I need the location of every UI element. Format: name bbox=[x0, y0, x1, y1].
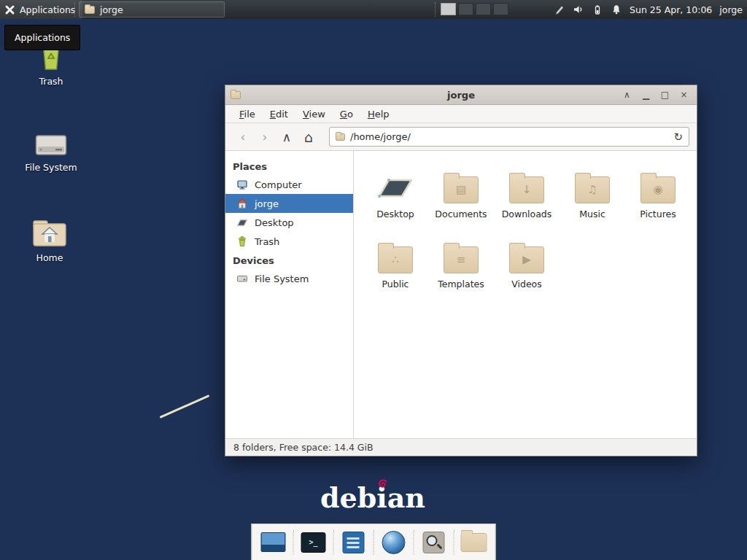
sidebar: Places Computer jorge bbox=[225, 151, 354, 438]
desktop-icon-home[interactable]: Home bbox=[18, 213, 81, 263]
back-icon[interactable]: ‹ bbox=[233, 127, 253, 147]
shade-button[interactable]: ∧ bbox=[619, 88, 635, 102]
terminal-blue-icon bbox=[343, 532, 365, 553]
file-item-public[interactable]: ∴ Public bbox=[363, 233, 428, 303]
file-item-label: Music bbox=[560, 209, 625, 219]
places-header: Places bbox=[225, 157, 353, 175]
folder-icon: ♫ bbox=[575, 176, 610, 203]
menu-file[interactable]: File bbox=[232, 106, 263, 122]
globe-icon bbox=[382, 531, 406, 554]
file-item-videos[interactable]: ▶ Videos bbox=[494, 233, 560, 303]
panel-separator bbox=[74, 2, 75, 17]
workspace-pager bbox=[441, 3, 508, 15]
file-item-label: Documents bbox=[428, 209, 494, 219]
app-finder-icon bbox=[423, 532, 445, 553]
applications-tooltip: Applications bbox=[4, 25, 80, 50]
desktop-special-icon bbox=[363, 163, 428, 203]
file-item-desktop[interactable]: Desktop bbox=[363, 163, 428, 233]
folder-icon bbox=[461, 533, 487, 552]
dock-file-manager-button[interactable] bbox=[459, 527, 489, 558]
video-emblem-icon: ▶ bbox=[522, 254, 531, 265]
menu-help[interactable]: Help bbox=[360, 106, 397, 122]
desktop-preview-icon bbox=[261, 532, 286, 552]
drive-icon bbox=[236, 273, 248, 284]
forward-icon[interactable]: › bbox=[255, 127, 275, 147]
home-icon[interactable]: ⌂ bbox=[298, 127, 319, 147]
panel-clock[interactable]: Sun 25 Apr, 10:06 bbox=[630, 4, 712, 15]
drive-icon bbox=[20, 122, 82, 158]
menu-go[interactable]: Go bbox=[333, 106, 360, 122]
top-panel: Applications jorge Sun 25 Apr, 10:06 bbox=[0, 0, 747, 19]
reload-icon[interactable]: ↻ bbox=[669, 131, 683, 144]
file-item-pictures[interactable]: ◉ Pictures bbox=[625, 163, 691, 233]
file-item-documents[interactable]: ▤ Documents bbox=[428, 163, 494, 233]
folder-icon: ≡ bbox=[444, 246, 479, 273]
folder-icon: ▶ bbox=[509, 246, 544, 273]
home-folder-icon bbox=[18, 213, 81, 248]
file-item-music[interactable]: ♫ Music bbox=[560, 163, 625, 233]
close-button[interactable]: × bbox=[676, 88, 692, 102]
dock-separator bbox=[333, 530, 334, 555]
volume-icon[interactable] bbox=[573, 4, 584, 15]
terminal-icon bbox=[301, 532, 326, 553]
address-bar[interactable]: /home/jorge/ ↻ bbox=[329, 127, 689, 147]
applications-menu-button[interactable]: Applications bbox=[0, 0, 82, 19]
desktop-icon-file-system[interactable]: File System bbox=[20, 122, 82, 173]
desktop-icon-label: Trash bbox=[20, 76, 82, 87]
file-item-label: Desktop bbox=[363, 209, 428, 219]
dock-terminal-button[interactable] bbox=[298, 527, 329, 558]
home-icon bbox=[236, 198, 248, 209]
folder-icon: ◉ bbox=[640, 176, 676, 203]
panel-separator bbox=[435, 2, 436, 17]
file-item-label: Templates bbox=[428, 279, 494, 289]
file-item-downloads[interactable]: ↓ Downloads bbox=[494, 163, 560, 233]
taskbar-window-button[interactable]: jorge bbox=[79, 1, 225, 18]
dock-terminal-blue-button[interactable] bbox=[338, 527, 369, 558]
system-tray: Sun 25 Apr, 10:06 jorge bbox=[554, 0, 743, 19]
file-item-label: Public bbox=[363, 279, 428, 289]
dock-app-finder-button[interactable] bbox=[419, 527, 449, 558]
sidebar-item-trash[interactable]: Trash bbox=[225, 232, 353, 251]
camera-emblem-icon: ◉ bbox=[653, 184, 662, 195]
maximize-button[interactable]: □ bbox=[657, 88, 673, 102]
sidebar-item-label: Computer bbox=[255, 179, 302, 190]
bell-icon[interactable] bbox=[611, 4, 622, 15]
music-emblem-icon: ♫ bbox=[587, 184, 597, 195]
workspace-2[interactable] bbox=[458, 3, 473, 15]
workspace-1[interactable] bbox=[441, 3, 456, 15]
folder-icon: ▤ bbox=[444, 176, 479, 203]
dock-separator bbox=[293, 530, 294, 555]
toolbar: ‹ › ∧ ⌂ /home/jorge/ ↻ bbox=[225, 123, 697, 151]
sidebar-item-jorge[interactable]: jorge bbox=[225, 194, 353, 213]
minimize-button[interactable]: ▁ bbox=[638, 88, 654, 102]
debian-logo: debian bbox=[314, 481, 431, 514]
template-emblem-icon: ≡ bbox=[457, 254, 466, 265]
taskbar-window-label: jorge bbox=[100, 4, 123, 15]
debian-swirl-icon bbox=[377, 478, 388, 489]
dock-browser-button[interactable] bbox=[379, 527, 409, 558]
sidebar-item-label: Desktop bbox=[255, 217, 294, 228]
sidebar-item-desktop[interactable]: Desktop bbox=[225, 213, 353, 232]
dock-separator bbox=[454, 530, 454, 555]
battery-icon[interactable] bbox=[592, 4, 603, 15]
tooltip-text: Applications bbox=[15, 32, 70, 43]
document-emblem-icon: ▤ bbox=[456, 184, 466, 195]
dock-separator bbox=[414, 530, 414, 555]
stylus-icon[interactable] bbox=[554, 4, 565, 15]
sidebar-item-file-system[interactable]: File System bbox=[225, 269, 353, 288]
menu-edit[interactable]: Edit bbox=[263, 106, 295, 122]
menu-view[interactable]: View bbox=[295, 106, 333, 122]
workspace-4[interactable] bbox=[493, 3, 508, 15]
address-text: /home/jorge/ bbox=[350, 131, 664, 142]
desktop-artifact-line bbox=[160, 394, 210, 419]
up-icon[interactable]: ∧ bbox=[276, 127, 297, 147]
workspace-3[interactable] bbox=[476, 3, 491, 15]
dock-show-desktop-button[interactable] bbox=[258, 527, 289, 558]
file-item-templates[interactable]: ≡ Templates bbox=[428, 233, 494, 303]
titlebar[interactable]: jorge ∧ ▁ □ × bbox=[225, 85, 697, 105]
dock-separator bbox=[374, 530, 374, 555]
trash-icon bbox=[236, 236, 248, 247]
statusbar: 8 folders, Free space: 14.4 GiB bbox=[225, 438, 697, 456]
sidebar-item-label: jorge bbox=[255, 198, 279, 209]
sidebar-item-computer[interactable]: Computer bbox=[225, 175, 353, 194]
